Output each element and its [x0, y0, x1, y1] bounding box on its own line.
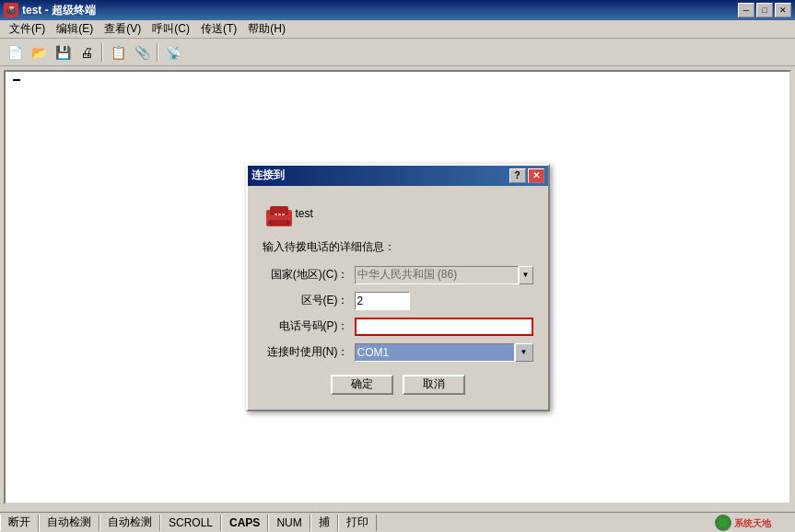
country-control: ▼ — [355, 266, 533, 284]
svg-rect-6 — [278, 214, 281, 215]
connect-input[interactable] — [355, 343, 515, 362]
copy-button[interactable]: 📋 — [107, 41, 129, 64]
dialog-title: 连接到 — [251, 168, 509, 183]
status-capture: 捕 — [310, 515, 338, 531]
title-bar: 📠 test - 超级终端 ─ □ ✕ — [0, 0, 795, 20]
app-icon: 📠 — [4, 3, 18, 17]
status-print: 打印 — [338, 515, 377, 531]
connect-combo: ▼ — [355, 343, 533, 362]
area-control — [355, 292, 533, 310]
status-scroll: SCROLL — [160, 515, 221, 531]
menu-call[interactable]: 呼叫(C) — [146, 19, 195, 39]
toolbar: 📄 📂 💾 🖨 📋 📎 📡 — [0, 39, 795, 66]
svg-rect-4 — [272, 220, 286, 226]
country-input[interactable] — [355, 266, 519, 284]
dialog-connection-name: test — [296, 207, 313, 220]
close-button[interactable]: ✕ — [775, 3, 791, 17]
open-button[interactable]: 📂 — [28, 41, 50, 64]
phone-row: 电话号码(P)： — [263, 318, 533, 336]
connect-dropdown-arrow[interactable]: ▼ — [515, 343, 533, 362]
connect-using-row: 连接时使用(N)： ▼ — [263, 343, 533, 362]
save-button[interactable]: 💾 — [52, 41, 74, 64]
phone-control — [355, 318, 533, 336]
dialog-header: test — [263, 197, 533, 230]
menu-bar: 文件(F) 编辑(E) 查看(V) 呼叫(C) 传送(T) 帮助(H) — [0, 20, 795, 39]
dialog-phone-icon — [263, 197, 296, 230]
title-buttons: ─ □ ✕ — [738, 3, 791, 17]
dialog-overlay: 连接到 ? ✕ — [6, 72, 789, 503]
logo-area: 系统天地 — [707, 514, 795, 532]
maximize-button[interactable]: □ — [756, 3, 773, 17]
country-label: 国家(地区)(C)： — [263, 267, 355, 283]
svg-point-9 — [719, 518, 728, 527]
menu-view[interactable]: 查看(V) — [99, 19, 146, 39]
menu-help[interactable]: 帮助(H) — [242, 19, 291, 39]
svg-text:系统天地: 系统天地 — [734, 518, 772, 528]
status-caps: CAPS — [221, 515, 268, 531]
dialog-help-button[interactable]: ? — [509, 168, 526, 183]
status-auto-detect-1: 自动检测 — [39, 515, 99, 531]
dialog-title-bar: 连接到 ? ✕ — [248, 166, 548, 186]
connect-button[interactable]: 📡 — [162, 41, 184, 64]
dialog-title-buttons: ? ✕ — [509, 168, 544, 183]
menu-transfer[interactable]: 传送(T) — [195, 19, 242, 39]
ok-button[interactable]: 确定 — [331, 375, 393, 395]
dialog-close-button[interactable]: ✕ — [528, 168, 544, 183]
toolbar-sep-1 — [101, 43, 103, 62]
area-row: 区号(E)： — [263, 292, 533, 310]
dialog-description: 输入待拨电话的详细信息： — [263, 239, 533, 255]
paste-button[interactable]: 📎 — [131, 41, 153, 64]
phone-label: 电话号码(P)： — [263, 318, 355, 334]
status-disconnect: 断开 — [0, 515, 39, 531]
print-button[interactable]: 🖨 — [76, 41, 98, 64]
country-select-container: ▼ — [355, 266, 533, 284]
new-button[interactable]: 📄 — [4, 41, 26, 64]
country-row: 国家(地区)(C)： ▼ — [263, 266, 533, 284]
minimize-button[interactable]: ─ — [738, 3, 754, 17]
area-input[interactable] — [355, 292, 410, 310]
svg-rect-7 — [282, 214, 285, 215]
status-bar: 断开 自动检测 自动检测 SCROLL CAPS NUM 捕 打印 系统天地 — [0, 512, 795, 532]
cancel-button[interactable]: 取消 — [403, 375, 465, 395]
status-num: NUM — [268, 515, 310, 531]
connect-label: 连接时使用(N)： — [263, 344, 355, 360]
menu-file[interactable]: 文件(F) — [4, 19, 51, 39]
status-auto-detect-2: 自动检测 — [99, 515, 160, 531]
menu-edit[interactable]: 编辑(E) — [51, 19, 99, 39]
phone-input[interactable] — [355, 318, 533, 336]
connect-dialog: 连接到 ? ✕ — [246, 164, 550, 411]
area-label: 区号(E)： — [263, 293, 355, 308]
country-dropdown-arrow[interactable]: ▼ — [519, 266, 533, 284]
terminal-area[interactable]: 连接到 ? ✕ — [4, 70, 791, 504]
svg-rect-5 — [275, 214, 277, 215]
dialog-content: test 输入待拨电话的详细信息： 国家(地区)(C)： ▼ — [248, 186, 548, 410]
connect-control: ▼ — [355, 343, 533, 362]
window-title: test - 超级终端 — [22, 3, 738, 18]
dialog-buttons: 确定 取消 — [263, 375, 533, 395]
toolbar-sep-2 — [157, 43, 158, 62]
